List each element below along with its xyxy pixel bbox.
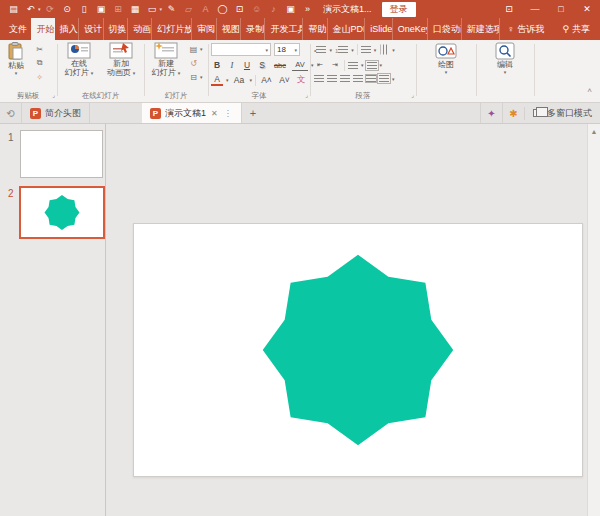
doc-tab-intro[interactable]: P 简介头图 bbox=[22, 103, 90, 123]
new-slide-button[interactable]: 新建 幻灯片 ▾ bbox=[147, 42, 185, 77]
slide-layout-dropdown-icon[interactable]: ▾ bbox=[200, 46, 203, 52]
tab-pocket-animation[interactable]: 口袋动画 bbox=[428, 18, 462, 40]
text-shadow-button[interactable]: S bbox=[256, 59, 268, 71]
grid-icon[interactable]: ▦ bbox=[128, 2, 143, 16]
slide-pen-icon[interactable]: ▭ bbox=[145, 2, 160, 16]
tab-record[interactable]: 录制 bbox=[241, 18, 265, 40]
tab-onekey[interactable]: OneKey bbox=[393, 18, 428, 40]
italic-button[interactable]: I bbox=[226, 59, 238, 71]
cut-icon[interactable]: ✂ bbox=[33, 43, 46, 55]
online-slides-button[interactable]: 在线 幻灯片 ▾ bbox=[60, 42, 98, 77]
align-center-icon[interactable] bbox=[327, 75, 337, 82]
align-text-icon[interactable] bbox=[348, 62, 358, 69]
line-spacing-dropdown-icon[interactable]: ▾ bbox=[374, 47, 377, 53]
underline-button[interactable]: U bbox=[241, 59, 253, 71]
maximize-button[interactable]: □ bbox=[548, 0, 574, 18]
multi-window-mode-button[interactable]: 多窗口模式 bbox=[524, 107, 600, 120]
paste-dropdown-icon[interactable]: ▾ bbox=[15, 70, 18, 76]
bullets-icon[interactable]: • bbox=[314, 45, 326, 55]
drawing-button[interactable]: 绘图 ▾ bbox=[427, 42, 465, 75]
slide-layout-icon[interactable]: ▤ bbox=[187, 43, 200, 55]
tab-transitions[interactable]: 切换 bbox=[104, 18, 128, 40]
copy-pages-icon[interactable]: ▣ bbox=[283, 2, 298, 16]
font-size-combobox[interactable]: 18▾ bbox=[274, 43, 300, 56]
slide-1-thumbnail[interactable] bbox=[20, 130, 103, 178]
drawing-dropdown-icon[interactable]: ▾ bbox=[445, 69, 448, 75]
editing-dropdown-icon[interactable]: ▾ bbox=[504, 69, 507, 75]
section-dropdown-icon[interactable]: ▾ bbox=[200, 74, 203, 80]
paragraph-dialog-launcher-icon[interactable]: ⌟ bbox=[411, 91, 414, 98]
tab-kingsoft-pdf[interactable]: 金山PDF bbox=[328, 18, 366, 40]
clipboard-dialog-launcher-icon[interactable]: ⌟ bbox=[52, 91, 55, 98]
tab-review[interactable]: 审阅 bbox=[192, 18, 216, 40]
new-slide-dropdown-icon[interactable]: ▾ bbox=[178, 70, 181, 76]
tab-view[interactable]: 视图 bbox=[217, 18, 241, 40]
decrease-indent-icon[interactable]: ⇤ bbox=[314, 59, 326, 71]
align-text-dropdown-icon[interactable]: ▾ bbox=[361, 62, 364, 68]
plugin-icon[interactable]: ✦ bbox=[480, 103, 502, 123]
justify-icon[interactable] bbox=[353, 75, 363, 82]
change-case-dropdown-icon[interactable]: ▾ bbox=[250, 77, 253, 83]
close-button[interactable]: ✕ bbox=[574, 0, 600, 18]
smartart-dropdown-icon[interactable]: ▾ bbox=[392, 76, 395, 82]
undo-icon[interactable]: ↶ bbox=[23, 2, 38, 16]
format-painter-icon[interactable]: ✧ bbox=[33, 71, 46, 83]
tab-help[interactable]: 帮助 bbox=[303, 18, 327, 40]
text-direction-icon[interactable] bbox=[381, 45, 388, 55]
smartart-convert-icon[interactable] bbox=[379, 75, 389, 82]
grow-font-button[interactable]: A˄ bbox=[259, 74, 274, 86]
overflow-icon[interactable]: » bbox=[300, 2, 315, 16]
bold-button[interactable]: B bbox=[211, 59, 223, 71]
section-icon[interactable]: ⊟ bbox=[187, 71, 200, 83]
copy-icon[interactable]: ⧉ bbox=[33, 57, 46, 69]
text-direction-dropdown-icon[interactable]: ▾ bbox=[392, 47, 395, 53]
tab-menu-icon[interactable]: ⋮ bbox=[223, 109, 233, 118]
tab-new-options[interactable]: 新建选项 bbox=[462, 18, 500, 40]
shrink-font-button[interactable]: A˅ bbox=[277, 74, 292, 86]
character-spacing-button[interactable]: AV bbox=[292, 59, 308, 71]
paste-button[interactable]: 粘贴 ▾ bbox=[3, 42, 29, 76]
tab-islide[interactable]: iSlide bbox=[365, 18, 392, 40]
pen-icon[interactable]: ✎ bbox=[164, 2, 179, 16]
tab-design[interactable]: 设计 bbox=[79, 18, 103, 40]
new-animation-page-button[interactable]: 新加 动画页 ▾ bbox=[102, 42, 140, 77]
new-file-icon[interactable]: ▯ bbox=[77, 2, 92, 16]
font-dialog-launcher-icon[interactable]: ⌟ bbox=[305, 91, 308, 98]
font-color-button[interactable]: A bbox=[211, 74, 223, 86]
text-align-vertical-icon[interactable] bbox=[367, 62, 377, 69]
print-preview-icon[interactable]: ▣ bbox=[94, 2, 109, 16]
star-8-point-shape[interactable] bbox=[134, 224, 582, 476]
align-right-icon[interactable] bbox=[340, 75, 350, 82]
align-left-icon[interactable] bbox=[314, 75, 324, 82]
tab-home[interactable]: 开始 bbox=[31, 18, 54, 40]
tab-history-icon[interactable]: ⟲ bbox=[0, 103, 22, 123]
font-color-dropdown-icon[interactable]: ▾ bbox=[226, 77, 229, 83]
tab-file[interactable]: 文件 bbox=[0, 18, 31, 40]
sign-in-button[interactable]: 登录 bbox=[382, 2, 416, 17]
change-case-button[interactable]: Aa bbox=[232, 74, 247, 86]
collapse-ribbon-icon[interactable]: ˄ bbox=[587, 86, 592, 95]
slide-pen-dropdown-icon[interactable]: ▾ bbox=[160, 6, 163, 12]
close-tab-icon[interactable]: ✕ bbox=[210, 109, 219, 118]
save-icon[interactable]: ▤ bbox=[6, 2, 21, 16]
slide-canvas[interactable] bbox=[133, 223, 583, 477]
text-align-vertical-dropdown-icon[interactable]: ▾ bbox=[380, 62, 383, 68]
share-button[interactable]: ⚲ 共享 bbox=[552, 18, 600, 40]
doc-tab-presentation1[interactable]: P 演示文稿1 ✕ ⋮ bbox=[142, 103, 242, 123]
bullets-dropdown-icon[interactable]: ▾ bbox=[329, 47, 332, 53]
reset-slide-icon[interactable]: ↺ bbox=[187, 57, 200, 69]
circle-icon[interactable]: ◯ bbox=[215, 2, 230, 16]
numbering-dropdown-icon[interactable]: ▾ bbox=[351, 47, 354, 53]
touch-mode-icon[interactable]: ⊙ bbox=[60, 2, 75, 16]
tab-developer[interactable]: 开发工具 bbox=[265, 18, 303, 40]
phonetic-guide-icon[interactable]: 文 bbox=[295, 74, 307, 86]
tell-me-box[interactable]: ♀ 告诉我 bbox=[500, 18, 553, 40]
slide-2-thumbnail[interactable] bbox=[19, 186, 105, 239]
font-name-combobox[interactable]: ▾ bbox=[211, 43, 271, 56]
online-slides-dropdown-icon[interactable]: ▾ bbox=[91, 70, 94, 76]
scroll-up-icon[interactable]: ▲ bbox=[588, 125, 600, 138]
strikethrough-button[interactable]: abc bbox=[271, 59, 289, 71]
new-tab-button[interactable]: + bbox=[242, 103, 264, 123]
tab-insert[interactable]: 插入 bbox=[55, 18, 79, 40]
ribbon-display-options-button[interactable]: ⊡ bbox=[496, 0, 522, 18]
